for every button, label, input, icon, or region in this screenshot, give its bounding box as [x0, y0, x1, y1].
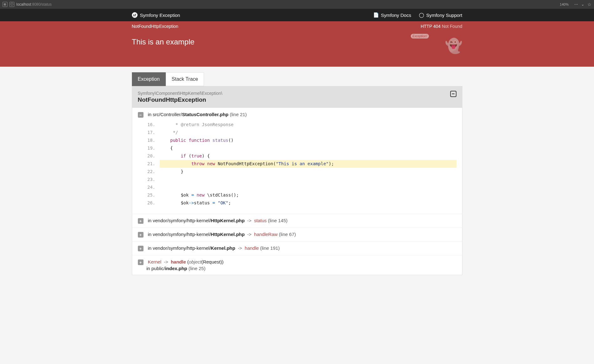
trace-file: HttpKernel.php	[211, 232, 245, 237]
browser-address-bar: ⛨ ⓘ localhost:8080/status 140% ⋯ ⌄ ☆	[0, 0, 594, 9]
trace-row-2: in vendor/symfony/http-kernel/HttpKernel…	[132, 228, 462, 241]
code-line: 17. */	[147, 129, 456, 136]
code-line: 23.	[147, 176, 456, 183]
collapse-panel-icon[interactable]: −	[450, 91, 456, 97]
trace-file: index.php	[165, 266, 187, 271]
exception-namespace: Symfony\Component\HttpKernel\Exception\	[138, 91, 450, 96]
trace-row-1: in vendor/symfony/http-kernel/HttpKernel…	[132, 214, 462, 228]
exception-subbar: NotFoundHttpException HTTP 404 Not Found	[0, 21, 594, 31]
code-snippet: 16. * @return JsonResponse17. */18. publ…	[147, 121, 456, 207]
docs-link[interactable]: 📄 Symfony Docs	[373, 12, 411, 18]
docs-icon: 📄	[373, 12, 379, 18]
code-line: 21. throw new NotFoundHttpException("Thi…	[147, 160, 456, 168]
collapse-trace-icon[interactable]	[138, 112, 143, 118]
exception-short-class: NotFoundHttpException	[132, 24, 179, 29]
url-display[interactable]: localhost:8080/status	[16, 2, 560, 7]
brand-text: Symfony Exception	[140, 13, 180, 18]
tab-stack-trace[interactable]: Stack Trace	[166, 72, 204, 86]
expand-trace-icon[interactable]	[138, 246, 143, 251]
trace-file: HttpKernel.php	[211, 218, 245, 223]
trace-method: handleRaw	[254, 232, 278, 237]
brand: sf Symfony Exception	[132, 12, 180, 18]
trace-row-3: in vendor/symfony/http-kernel/Kernel.php…	[132, 241, 462, 255]
trace-class: Kernel	[148, 259, 161, 264]
panel-header: Symfony\Component\HttpKernel\Exception\ …	[132, 86, 462, 108]
expand-trace-icon[interactable]	[138, 232, 143, 238]
trace-method: handle	[245, 245, 259, 251]
http-status: HTTP 404 Not Found	[421, 24, 462, 29]
code-line: 20. if (true) {	[147, 152, 456, 160]
code-line: 18. public function status()	[147, 136, 456, 144]
pocket-icon[interactable]: ⌄	[581, 2, 584, 7]
expand-trace-icon[interactable]	[138, 218, 143, 224]
code-line: 22. }	[147, 168, 456, 176]
trace-method: status	[254, 218, 267, 223]
trace-file: Kernel.php	[211, 245, 235, 251]
code-line: 16. * @return JsonResponse	[147, 121, 456, 129]
trace-method: handle	[171, 259, 186, 264]
trace-row-0: in src/Controller/StatusController.php (…	[132, 108, 462, 214]
exception-message: This is an example	[132, 38, 425, 46]
exception-bubble: Exception!	[411, 34, 429, 38]
trace-row-4: Kernel -> handle (object(Request)) in pu…	[132, 255, 462, 275]
menu-dots-icon[interactable]: ⋯	[574, 2, 578, 7]
info-icon[interactable]: ⓘ	[9, 2, 14, 7]
code-line: 19. {	[147, 144, 456, 152]
symfony-logo-icon: sf	[132, 12, 138, 18]
support-link[interactable]: ◯ Symfony Support	[419, 12, 462, 18]
shield-icon: ⛨	[3, 2, 8, 7]
trace-file: StatusController.php	[182, 112, 228, 117]
code-line: 25. $ok = new \stdClass();	[147, 191, 456, 199]
zoom-level[interactable]: 140%	[560, 3, 569, 6]
tab-exception[interactable]: Exception	[132, 72, 166, 86]
code-line: 26. $ok->status = "OK";	[147, 199, 456, 207]
top-nav: sf Symfony Exception 📄 Symfony Docs ◯ Sy…	[0, 9, 594, 21]
code-line: 24.	[147, 183, 456, 191]
tab-bar: Exception Stack Trace	[132, 72, 462, 86]
expand-trace-icon[interactable]	[138, 259, 143, 265]
exception-panel: Symfony\Component\HttpKernel\Exception\ …	[132, 86, 462, 275]
exception-hero: This is an example Exception! 👻	[0, 31, 594, 67]
ghost-icon: Exception! 👻	[425, 38, 462, 54]
support-icon: ◯	[419, 12, 424, 18]
exception-classname: NotFoundHttpException	[138, 96, 450, 103]
bookmark-star-icon[interactable]: ☆	[587, 2, 591, 7]
